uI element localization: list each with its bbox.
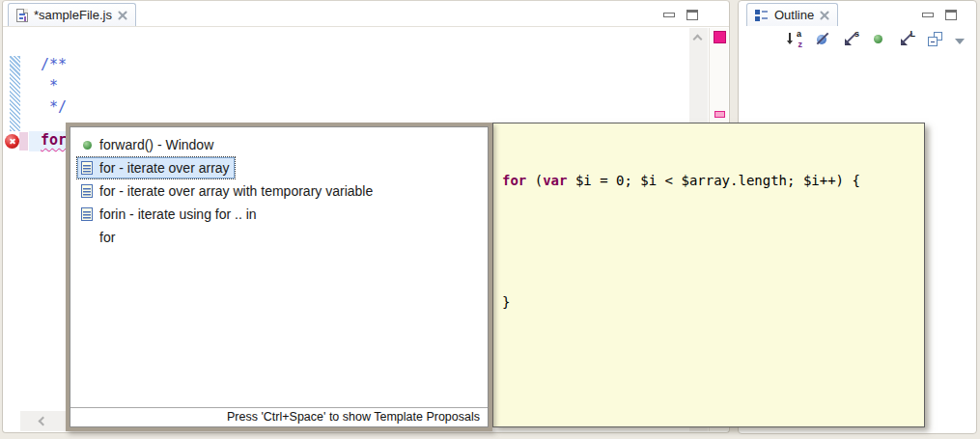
- preview-keyword-var: var: [543, 173, 567, 188]
- scroll-left-icon[interactable]: [39, 417, 48, 426]
- horizontal-scrollbar[interactable]: [20, 411, 68, 431]
- outline-toolbar: a z s L: [787, 31, 965, 47]
- completion-item[interactable]: forward() - Window: [70, 133, 488, 156]
- editor-tab-title: *sampleFile.js: [34, 8, 112, 22]
- error-marker-icon[interactable]: [5, 134, 19, 149]
- content-assist-inner: forward() - Window for - iterate over ar…: [70, 126, 489, 427]
- completion-item[interactable]: for - iterate over array with temporary …: [70, 179, 488, 203]
- template-icon: [81, 207, 93, 221]
- public-dot-glyph: [874, 35, 882, 43]
- sort-arrow-glyph: [789, 33, 791, 41]
- view-menu-icon[interactable]: [955, 39, 965, 44]
- preview-code-line-3: }: [502, 292, 915, 313]
- completion-item-selected[interactable]: for - iterate over array: [70, 156, 488, 179]
- outline-window-buttons: [922, 10, 957, 20]
- content-assist-popup: forward() - Window for - iterate over ar…: [66, 123, 492, 431]
- completion-item-label: for: [99, 230, 115, 245]
- quickdiff-changed-bar: [19, 132, 28, 151]
- eclipse-window: { "editor": { "tab": { "title": "*sample…: [0, 0, 980, 439]
- overview-change-marker[interactable]: [714, 111, 725, 118]
- overview-error-marker[interactable]: [714, 31, 726, 43]
- completion-item-label: for - iterate over array with temporary …: [99, 183, 373, 199]
- template-icon: [81, 161, 93, 175]
- completion-status-bar: Press 'Ctrl+Space' to show Template Prop…: [70, 407, 488, 426]
- collapse-all-icon[interactable]: [927, 31, 943, 47]
- code-comment-line-2: *: [41, 75, 58, 96]
- completion-item-label: for - iterate over array: [99, 160, 230, 176]
- completion-item-label: forward() - Window: [99, 137, 213, 152]
- preview-code-line-2: [502, 232, 915, 252]
- outline-icon: [755, 9, 769, 21]
- completion-list: forward() - Window for - iterate over ar…: [70, 127, 488, 407]
- completion-item-label: forin - iterate using for .. in: [99, 206, 257, 222]
- tab-close-icon[interactable]: [118, 11, 127, 20]
- completion-item[interactable]: forin - iterate using for .. in: [70, 203, 488, 226]
- outline-close-icon[interactable]: [820, 11, 829, 20]
- sort-letter-z: z: [798, 40, 803, 49]
- hide-globals-icon[interactable]: [815, 31, 831, 47]
- minimize-icon[interactable]: [922, 13, 934, 17]
- code-comment-line-1: /**: [41, 54, 67, 75]
- sort-icon[interactable]: a z: [787, 31, 803, 47]
- public-method-icon: [83, 141, 92, 150]
- scroll-up-icon[interactable]: [693, 35, 703, 44]
- template-preview-popup: for (var $i = 0; $i < $array.length; $i+…: [492, 123, 925, 427]
- js-file-icon: [16, 9, 28, 22]
- outline-tab-title: Outline: [774, 8, 814, 22]
- code-keyword-for: for: [41, 131, 67, 149]
- completion-item[interactable]: for: [70, 226, 488, 249]
- preview-code-line-1: for (var $i = 0; $i < $array.length; $i+…: [502, 171, 915, 191]
- editor-window-buttons: [663, 10, 698, 20]
- quickdiff-added-bar: [10, 56, 20, 131]
- maximize-icon[interactable]: [686, 10, 698, 20]
- minimize-icon[interactable]: [663, 13, 675, 17]
- editor-tab-samplefile[interactable]: *sampleFile.js: [8, 3, 136, 26]
- hide-local-icon[interactable]: L: [899, 31, 915, 47]
- sort-letter-a: a: [797, 29, 801, 39]
- preview-keyword-for: for: [502, 173, 526, 188]
- hide-static-icon[interactable]: s: [843, 31, 859, 47]
- show-public-icon[interactable]: [871, 31, 887, 47]
- template-icon: [81, 184, 93, 198]
- maximize-icon[interactable]: [945, 10, 957, 20]
- code-comment-line-3: */: [41, 96, 67, 118]
- outline-tab[interactable]: Outline: [746, 3, 838, 26]
- front-square-glyph: [928, 37, 938, 46]
- empty-icon-slot: [80, 231, 94, 245]
